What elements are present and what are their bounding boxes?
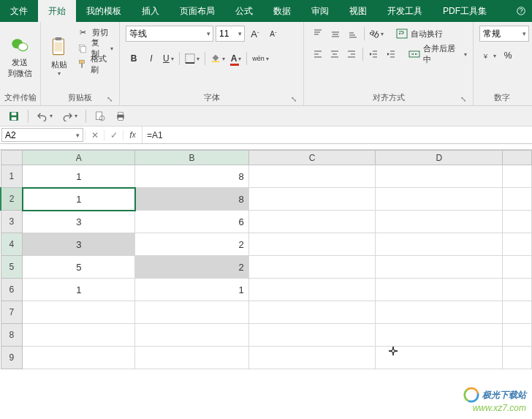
cell-C6[interactable] bbox=[248, 279, 376, 301]
decrease-font-button[interactable]: Aˇ bbox=[265, 26, 281, 42]
cell-A3[interactable]: 3 bbox=[23, 211, 135, 233]
formula-cancel-button[interactable]: ✕ bbox=[85, 130, 104, 140]
cell-B5[interactable]: 2 bbox=[135, 256, 248, 279]
orientation-button[interactable]: ab▾ bbox=[368, 26, 386, 42]
name-box[interactable]: A2 bbox=[1, 128, 83, 142]
tab-file[interactable]: 文件 bbox=[0, 0, 38, 22]
tab-mytemplate[interactable]: 我的模板 bbox=[76, 0, 132, 22]
print-preview-button[interactable] bbox=[92, 108, 108, 124]
cell-E6[interactable] bbox=[503, 279, 532, 301]
row-header-6[interactable]: 6 bbox=[1, 279, 23, 301]
bold-button[interactable]: B bbox=[126, 50, 142, 67]
cell-A1[interactable]: 1 bbox=[23, 165, 135, 188]
cell-D4[interactable] bbox=[376, 233, 503, 256]
column-header-B[interactable]: B bbox=[135, 151, 248, 165]
cell-E2[interactable] bbox=[503, 188, 532, 211]
cell-E5[interactable] bbox=[503, 256, 532, 279]
row-header-4[interactable]: 4 bbox=[1, 233, 23, 256]
row-header-5[interactable]: 5 bbox=[1, 256, 23, 279]
cell-B7[interactable] bbox=[135, 301, 248, 324]
alignment-dialog-launcher[interactable]: ⤡ bbox=[458, 94, 468, 104]
tab-developer[interactable]: 开发工具 bbox=[377, 0, 433, 22]
help-icon[interactable] bbox=[510, 0, 532, 22]
font-color-button[interactable]: A ▾ bbox=[229, 50, 244, 67]
cell-D2[interactable] bbox=[376, 188, 503, 211]
cell-A2[interactable]: 1 bbox=[23, 188, 135, 211]
cell-B1[interactable]: 8 bbox=[135, 165, 248, 188]
redo-button[interactable]: ▾ bbox=[59, 108, 80, 124]
tab-pdftools[interactable]: PDF工具集 bbox=[433, 0, 497, 22]
cell-D3[interactable] bbox=[376, 211, 503, 233]
row-header-3[interactable]: 3 bbox=[1, 211, 23, 233]
font-size-select[interactable]: 11 bbox=[216, 26, 245, 42]
cell-E9[interactable] bbox=[503, 347, 532, 369]
cell-A4[interactable]: 3 bbox=[23, 233, 135, 256]
tab-view[interactable]: 视图 bbox=[339, 0, 377, 22]
cell-B8[interactable] bbox=[135, 324, 248, 347]
send-to-wechat-button[interactable]: 发送 到微信 bbox=[3, 24, 37, 90]
formula-enter-button[interactable]: ✓ bbox=[104, 130, 123, 140]
cell-B4[interactable]: 2 bbox=[135, 233, 248, 256]
tab-data[interactable]: 数据 bbox=[263, 0, 301, 22]
paste-button[interactable]: 粘贴 ▾ bbox=[44, 24, 75, 90]
font-family-select[interactable]: 等线 bbox=[126, 26, 213, 42]
row-header-9[interactable]: 9 bbox=[1, 347, 23, 369]
cell-C9[interactable] bbox=[248, 347, 376, 369]
cell-E4[interactable] bbox=[503, 233, 532, 256]
cell-B3[interactable]: 6 bbox=[135, 211, 248, 233]
column-header-next[interactable] bbox=[503, 151, 532, 165]
cell-C3[interactable] bbox=[248, 211, 376, 233]
cell-D9[interactable] bbox=[376, 347, 503, 369]
cell-D5[interactable] bbox=[376, 256, 503, 279]
cell-B2[interactable]: 8 bbox=[135, 188, 248, 211]
clipboard-dialog-launcher[interactable]: ⤡ bbox=[104, 94, 115, 104]
cell-D8[interactable] bbox=[376, 324, 503, 347]
cell-D6[interactable] bbox=[376, 279, 503, 301]
align-bottom-button[interactable] bbox=[345, 26, 361, 42]
align-right-button[interactable] bbox=[344, 46, 360, 62]
cell-C7[interactable] bbox=[248, 301, 376, 324]
align-middle-button[interactable] bbox=[327, 26, 343, 42]
print-button[interactable] bbox=[113, 108, 129, 124]
cell-B6[interactable]: 1 bbox=[135, 279, 248, 301]
save-button[interactable] bbox=[6, 108, 22, 124]
cell-C1[interactable] bbox=[248, 165, 376, 188]
phonetic-guide-button[interactable]: wén▾ bbox=[250, 50, 271, 67]
cell-A7[interactable] bbox=[23, 301, 135, 324]
align-top-button[interactable] bbox=[310, 26, 326, 42]
fill-color-button[interactable]: ▾ bbox=[208, 50, 227, 67]
column-header-C[interactable]: C bbox=[248, 151, 376, 165]
cell-E3[interactable] bbox=[503, 211, 532, 233]
italic-button[interactable]: I bbox=[143, 50, 159, 67]
align-left-button[interactable] bbox=[310, 46, 325, 62]
cell-A6[interactable]: 1 bbox=[23, 279, 135, 301]
cell-E8[interactable] bbox=[503, 324, 532, 347]
row-header-8[interactable]: 8 bbox=[1, 324, 23, 347]
currency-button[interactable]: ¥▾ bbox=[479, 48, 498, 64]
select-all-button[interactable] bbox=[1, 151, 23, 165]
cell-C4[interactable] bbox=[248, 233, 376, 256]
cell-C2[interactable] bbox=[248, 188, 376, 211]
align-center-button[interactable] bbox=[327, 46, 342, 62]
row-header-7[interactable]: 7 bbox=[1, 301, 23, 324]
cell-C8[interactable] bbox=[248, 324, 376, 347]
cell-B9[interactable] bbox=[135, 347, 248, 369]
tab-formulas[interactable]: 公式 bbox=[225, 0, 263, 22]
cell-A9[interactable] bbox=[23, 347, 135, 369]
row-header-2[interactable]: 2 bbox=[1, 188, 23, 211]
number-format-select[interactable]: 常规 bbox=[479, 26, 529, 42]
format-painter-button[interactable]: 格式刷 bbox=[75, 56, 116, 72]
formula-input[interactable]: =A1 bbox=[142, 127, 532, 143]
undo-button[interactable]: ▾ bbox=[34, 108, 55, 124]
cell-A8[interactable] bbox=[23, 324, 135, 347]
cell-D1[interactable] bbox=[376, 165, 503, 188]
tab-review[interactable]: 审阅 bbox=[301, 0, 339, 22]
column-header-D[interactable]: D bbox=[376, 151, 503, 165]
cell-E7[interactable] bbox=[503, 301, 532, 324]
increase-font-button[interactable]: Aˆ bbox=[247, 26, 263, 42]
percent-button[interactable]: % bbox=[500, 48, 516, 64]
increase-indent-button[interactable] bbox=[383, 46, 398, 62]
tab-home[interactable]: 开始 bbox=[38, 0, 76, 22]
tab-pagelayout[interactable]: 页面布局 bbox=[170, 0, 225, 22]
border-button[interactable]: ▾ bbox=[183, 50, 202, 67]
